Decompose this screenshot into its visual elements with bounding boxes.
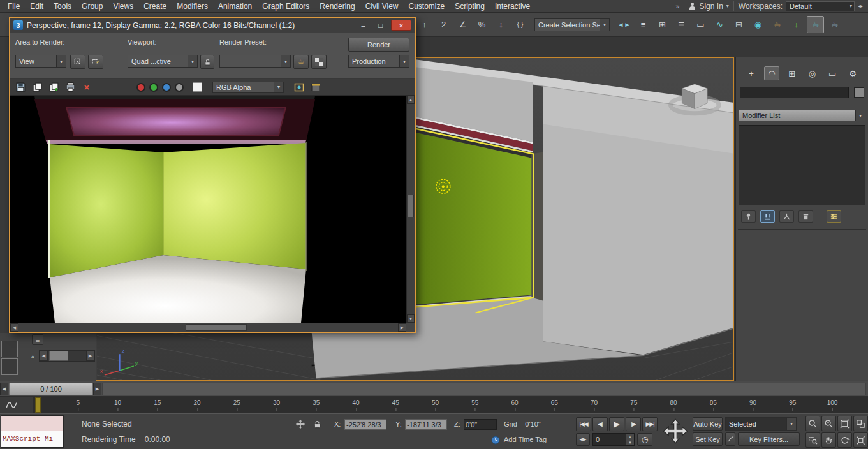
coord-y-field[interactable] — [405, 419, 447, 430]
pin-stack-button[interactable] — [741, 210, 756, 223]
previous-frame-button[interactable]: ◀| — [592, 417, 608, 431]
menu-item-scripting[interactable]: Scripting — [450, 1, 490, 12]
default-tangents-button[interactable] — [725, 432, 735, 446]
viewport-lock-button[interactable] — [200, 55, 214, 69]
mini-curve-editor-button[interactable] — [6, 401, 17, 409]
channel-display-dropdown[interactable]: RGB Alpha — [212, 82, 284, 93]
area-to-render-dropdown[interactable]: View — [15, 55, 66, 68]
key-mode-toggle[interactable]: ◀▶ — [576, 433, 590, 446]
zoom-region-button[interactable] — [805, 432, 820, 448]
key-filters-button[interactable]: Key Filters... — [738, 432, 800, 446]
maxscript-mini-listener[interactable]: MAXScript Mi — [1, 431, 64, 448]
tab-motion[interactable]: ◎ — [804, 66, 820, 80]
menu-item-group[interactable]: Group — [77, 1, 108, 12]
render-setup-icon[interactable]: ☕ — [769, 16, 786, 33]
coord-z-field[interactable] — [464, 419, 497, 430]
schematic-view-icon[interactable]: ⊟ — [730, 16, 747, 33]
time-step-forward-button[interactable]: ▶ — [93, 383, 101, 395]
workspace-scroll-arrows[interactable]: ◂▸ — [858, 3, 863, 9]
menu-item-file[interactable]: File — [3, 1, 25, 12]
render-production-icon[interactable]: ☕ — [826, 16, 843, 33]
configure-modifier-sets-button[interactable] — [827, 210, 841, 223]
time-slider-handle[interactable]: 0 / 100 — [9, 383, 93, 395]
maxscript-macro-pane[interactable] — [1, 415, 64, 431]
viewport-dropdown[interactable]: Quad ...ctive — [128, 55, 198, 68]
edit-named-selection-sets-icon[interactable]: { } — [511, 16, 529, 33]
collapse-chevrons-button[interactable]: « — [28, 351, 38, 362]
scrollbar-thumb[interactable] — [49, 351, 68, 361]
time-step-back-button[interactable]: ◀ — [0, 383, 8, 395]
maximize-viewport-button[interactable] — [853, 432, 868, 448]
select-and-place-icon[interactable]: ↑ — [416, 16, 433, 33]
mirror-icon[interactable]: ◄► — [615, 16, 633, 33]
selection-lock-toggle[interactable] — [311, 418, 323, 430]
tab-hierarchy[interactable]: ⊞ — [784, 66, 800, 80]
add-time-tag-button[interactable]: Add Time Tag — [504, 436, 547, 443]
blue-channel-toggle[interactable] — [162, 83, 171, 92]
scroll-left-arrow[interactable]: ◀ — [40, 351, 48, 361]
modifier-stack-list[interactable] — [739, 125, 865, 205]
print-image-button[interactable] — [64, 81, 77, 94]
coord-x-field[interactable] — [344, 419, 386, 430]
create-selection-set-combo[interactable]: Create Selection Se — [534, 18, 610, 31]
zoom-all-button[interactable] — [821, 416, 836, 431]
scroll-down-arrow[interactable]: ▼ — [407, 314, 415, 323]
rfw-image-area[interactable]: ▲ ▼ ◀ ▶ — [10, 96, 415, 332]
next-frame-button[interactable]: |▶ — [626, 417, 641, 431]
render-button[interactable]: Render — [348, 38, 409, 52]
play-animation-button[interactable]: ▶ — [609, 417, 624, 431]
close-button[interactable]: × — [391, 20, 411, 31]
tab-create[interactable]: + — [744, 66, 759, 80]
pan-view-button[interactable] — [821, 432, 836, 448]
clear-image-button[interactable]: × — [80, 81, 93, 94]
menu-item-customize[interactable]: Customize — [404, 1, 450, 12]
angle-snap-icon[interactable]: ∠ — [454, 16, 471, 33]
menu-item-tools[interactable]: Tools — [48, 1, 77, 12]
scroll-left-arrow[interactable]: ◀ — [10, 323, 18, 332]
tab-utilities[interactable]: ⚙ — [845, 66, 860, 80]
image-frame-button[interactable] — [293, 81, 305, 94]
clone-rendered-frame-button[interactable] — [47, 81, 60, 94]
menu-item-create[interactable]: Create — [138, 1, 172, 12]
zoom-extents-button[interactable] — [837, 416, 852, 431]
modifier-list-dropdown[interactable]: Modifier List — [739, 110, 865, 121]
toggle-ribbon-icon[interactable]: ▭ — [692, 16, 709, 33]
panel-menu-button[interactable]: ≡ — [32, 334, 43, 345]
horizontal-scroll-thumb[interactable] — [186, 324, 247, 331]
make-unique-button[interactable] — [779, 210, 794, 223]
toggle-layer-explorer-icon[interactable]: ≣ — [673, 16, 690, 33]
scroll-right-arrow[interactable]: ▶ — [86, 351, 94, 361]
current-frame-marker[interactable] — [35, 397, 41, 413]
object-color-swatch[interactable] — [854, 87, 864, 98]
align-icon[interactable]: ≡ — [635, 16, 652, 33]
scroll-up-arrow[interactable]: ▲ — [407, 96, 415, 104]
red-channel-toggle[interactable] — [136, 83, 145, 92]
vertical-scroll-thumb[interactable] — [408, 195, 414, 217]
copy-image-button[interactable] — [31, 81, 43, 94]
time-slider-track[interactable] — [102, 383, 866, 395]
object-name-input[interactable] — [740, 87, 849, 98]
edit-region-button[interactable] — [88, 55, 103, 69]
go-to-end-button[interactable]: ▶▶| — [642, 417, 658, 431]
environment-effects-button[interactable] — [311, 55, 327, 69]
viewport-layout-tab-1[interactable] — [1, 341, 18, 357]
production-dropdown[interactable]: Production — [348, 55, 409, 68]
tab-display[interactable]: ▭ — [825, 66, 840, 80]
snaps-toggle-icon[interactable]: 2 — [435, 16, 452, 33]
set-key-button[interactable]: Set Key — [693, 432, 723, 446]
current-frame-field[interactable]: 0 ▲▼ — [592, 433, 635, 446]
horizontal-scroll-track[interactable] — [18, 323, 398, 332]
menu-item-graph-editors[interactable]: Graph Editors — [257, 1, 314, 12]
menu-item-civil-view[interactable]: Civil View — [360, 1, 404, 12]
menu-overflow-chevron[interactable]: » — [675, 3, 679, 10]
alpha-channel-swatch[interactable] — [193, 82, 202, 92]
remove-modifier-button[interactable] — [798, 210, 813, 223]
go-to-start-button[interactable]: |◀◀ — [576, 417, 591, 431]
viewport-layout-tab-2[interactable] — [1, 358, 18, 375]
menu-item-interactive[interactable]: Interactive — [490, 1, 535, 12]
render-preset-dropdown[interactable] — [219, 55, 291, 68]
auto-key-button[interactable]: Auto Key — [693, 417, 723, 431]
auto-region-button[interactable] — [70, 55, 85, 69]
trackbar[interactable]: 0510152025303540455055606570758085909510… — [0, 397, 868, 413]
orbit-button[interactable] — [837, 432, 852, 448]
